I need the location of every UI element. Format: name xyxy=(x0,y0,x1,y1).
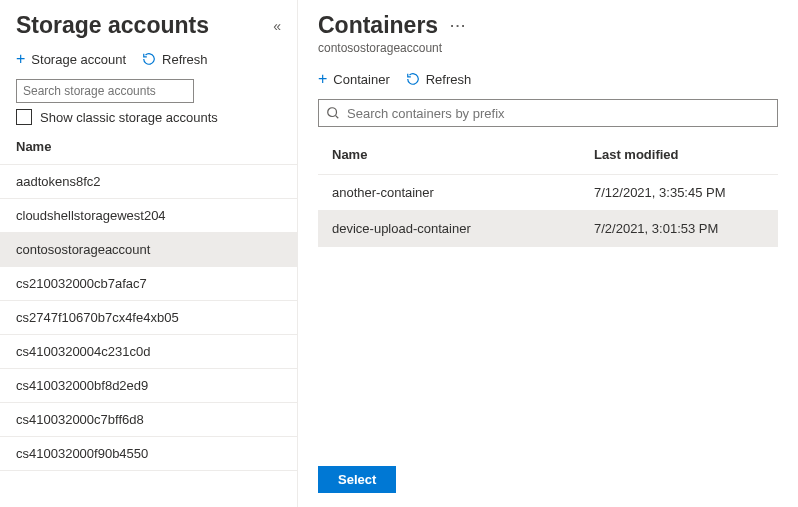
containers-search-wrap xyxy=(298,99,798,135)
storage-account-item[interactable]: cs4100320004c231c0d xyxy=(0,335,297,369)
plus-icon: + xyxy=(16,51,25,67)
storage-account-item[interactable]: cs410032000bf8d2ed9 xyxy=(0,369,297,403)
left-toolbar: + Storage account Refresh xyxy=(0,43,297,79)
select-button[interactable]: Select xyxy=(318,466,396,493)
refresh-containers-button[interactable]: Refresh xyxy=(406,71,472,87)
container-row[interactable]: device-upload-container7/2/2021, 3:01:53… xyxy=(318,211,778,247)
more-icon[interactable]: ··· xyxy=(450,18,467,33)
column-modified-header[interactable]: Last modified xyxy=(594,147,764,162)
bottom-bar: Select xyxy=(298,452,798,507)
column-name-header[interactable]: Name xyxy=(332,147,594,162)
containers-panel: Containers ··· contosostorageaccount + C… xyxy=(298,0,798,507)
storage-accounts-list[interactable]: aadtokens8fc2cloudshellstoragewest204con… xyxy=(0,165,297,507)
storage-account-item[interactable]: cs210032000cb7afac7 xyxy=(0,267,297,301)
container-modified-cell: 7/2/2021, 3:01:53 PM xyxy=(594,221,764,236)
refresh-containers-label: Refresh xyxy=(426,72,472,87)
refresh-storage-accounts-label: Refresh xyxy=(162,52,208,67)
search-icon xyxy=(326,106,340,120)
container-modified-cell: 7/12/2021, 3:35:45 PM xyxy=(594,185,764,200)
container-name-cell: another-container xyxy=(332,185,594,200)
storage-accounts-title: Storage accounts xyxy=(16,12,209,39)
plus-icon: + xyxy=(318,71,327,87)
storage-account-item[interactable]: cloudshellstoragewest204 xyxy=(0,199,297,233)
containers-subtitle: contosostorageaccount xyxy=(298,39,798,63)
containers-title: Containers xyxy=(318,12,438,39)
container-name-cell: device-upload-container xyxy=(332,221,594,236)
storage-account-item[interactable]: contosostorageaccount xyxy=(0,233,297,267)
add-container-label: Container xyxy=(333,72,389,87)
svg-point-0 xyxy=(328,108,337,117)
add-storage-account-label: Storage account xyxy=(31,52,126,67)
refresh-icon xyxy=(406,72,420,86)
left-panel-header: Storage accounts « xyxy=(0,0,297,43)
storage-account-item[interactable]: cs2747f10670b7cx4fe4xb05 xyxy=(0,301,297,335)
storage-account-item[interactable]: cs410032000c7bff6d8 xyxy=(0,403,297,437)
storage-accounts-column-name: Name xyxy=(0,133,297,165)
containers-table-body: another-container7/12/2021, 3:35:45 PMde… xyxy=(318,175,778,247)
containers-table-header: Name Last modified xyxy=(318,135,778,175)
storage-search-wrap xyxy=(0,79,297,109)
add-storage-account-button[interactable]: + Storage account xyxy=(16,51,126,67)
containers-table: Name Last modified another-container7/12… xyxy=(298,135,798,247)
right-panel-header: Containers ··· xyxy=(298,0,798,39)
right-toolbar: + Container Refresh xyxy=(298,63,798,99)
add-container-button[interactable]: + Container xyxy=(318,71,390,87)
refresh-storage-accounts-button[interactable]: Refresh xyxy=(142,51,208,67)
storage-account-item[interactable]: cs410032000f90b4550 xyxy=(0,437,297,471)
containers-search-input[interactable] xyxy=(318,99,778,127)
storage-accounts-search-input[interactable] xyxy=(16,79,194,103)
refresh-icon xyxy=(142,52,156,66)
storage-account-item[interactable]: aadtokens8fc2 xyxy=(0,165,297,199)
container-row[interactable]: another-container7/12/2021, 3:35:45 PM xyxy=(318,175,778,211)
show-classic-checkbox-row[interactable]: Show classic storage accounts xyxy=(0,109,297,133)
show-classic-label: Show classic storage accounts xyxy=(40,110,218,125)
collapse-icon[interactable]: « xyxy=(273,18,281,34)
show-classic-checkbox[interactable] xyxy=(16,109,32,125)
storage-accounts-panel: Storage accounts « + Storage account Ref… xyxy=(0,0,298,507)
